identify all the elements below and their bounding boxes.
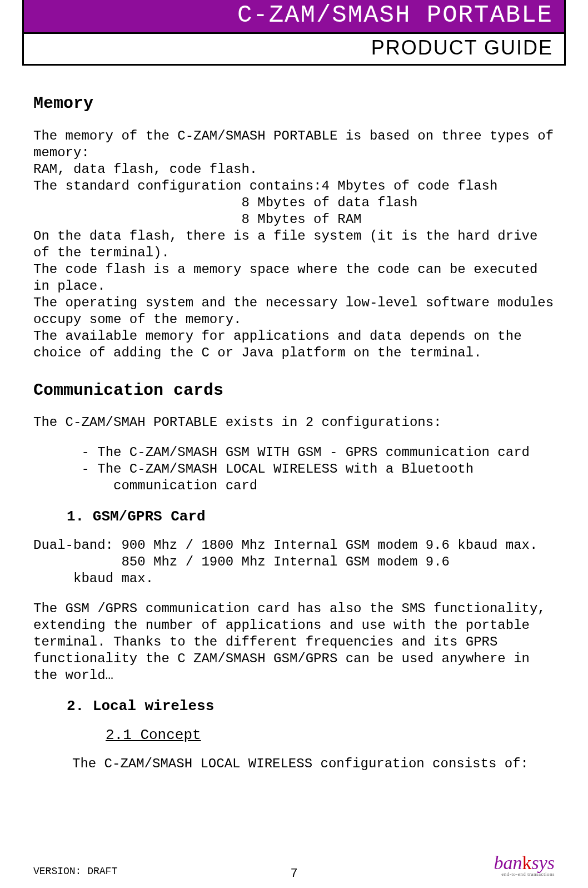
memory-body: The memory of the C-ZAM/SMASH PORTABLE i… [33, 128, 555, 361]
header-subtitle: PRODUCT GUIDE [22, 34, 566, 66]
comm-intro: The C-ZAM/SMAH PORTABLE exists in 2 conf… [33, 414, 555, 431]
gsm-body-2: The GSM /GPRS communication card has als… [33, 601, 555, 684]
subsection-heading-wireless: 2. Local wireless [67, 697, 555, 716]
section-heading-memory: Memory [33, 93, 555, 115]
logo-tagline: end-to-end transactions [494, 871, 555, 877]
gsm-body-1: Dual-band: 900 Mhz / 1800 Mhz Internal G… [33, 537, 555, 587]
logo-text-post: sys [531, 852, 555, 873]
wireless-body: The C-ZAM/SMASH LOCAL WIRELESS configura… [33, 756, 555, 772]
product-name-main: C-ZAM/SMASH [237, 1, 411, 29]
document-page: C-ZAM/SMASH PORTABLE PRODUCT GUIDE Memor… [0, 0, 588, 888]
product-name-suffix: PORTABLE [411, 1, 553, 29]
version-label: VERSION: DRAFT [33, 866, 117, 877]
page-content: Memory The memory of the C-ZAM/SMASH POR… [22, 66, 566, 772]
subsection-heading-gsm: 1. GSM/GPRS Card [67, 508, 555, 526]
logo-text-pre: ban [494, 852, 522, 873]
brand-logo: banksys end-to-end transactions [494, 852, 555, 877]
page-number: 7 [290, 867, 297, 881]
header-banner: C-ZAM/SMASH PORTABLE [22, 0, 566, 34]
comm-bullets: - The C-ZAM/SMASH GSM WITH GSM - GPRS co… [33, 444, 555, 494]
section-heading-comm: Communication cards [33, 380, 555, 401]
subsubsection-heading-concept: 2.1 Concept [106, 726, 555, 745]
logo-text-k: k [522, 852, 531, 873]
